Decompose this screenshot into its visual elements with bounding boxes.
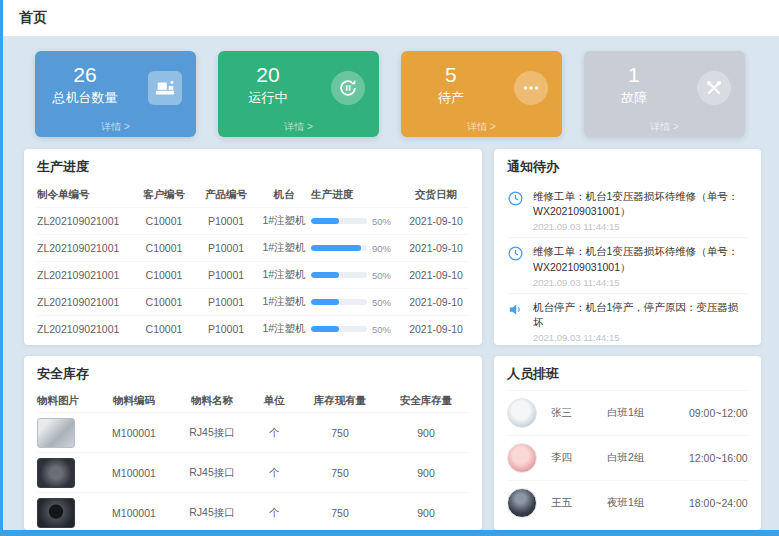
page-title: 首页 (19, 9, 47, 27)
material-name: RJ45接口 (173, 466, 251, 480)
stat-card-total-machines[interactable]: 26 总机台数量 详情 > (35, 51, 196, 137)
stock-qty: 750 (297, 427, 383, 439)
progress-fill (311, 326, 339, 332)
machine-name: 1#注塑机 (257, 268, 311, 282)
notice-time: 2021.09.03 11:44:15 (533, 277, 748, 288)
stat-label: 待产 (401, 89, 501, 107)
clock-icon (507, 189, 525, 232)
column-header: 单位 (251, 394, 297, 408)
table-header-row: 物料图片 物料编码 物料名称 单位 库存现有量 安全库存量 (37, 390, 469, 412)
stat-card-waiting[interactable]: 5 待产 详情 > (401, 51, 562, 137)
column-header: 机台 (257, 188, 311, 202)
safety-qty: 900 (383, 467, 469, 479)
safety-qty: 900 (383, 507, 469, 519)
customer-no: C10001 (133, 269, 195, 281)
progress-fill (311, 218, 339, 224)
stock-qty: 750 (297, 467, 383, 479)
safety-qty: 900 (383, 427, 469, 439)
notice-item[interactable]: 机台停产：机台1停产，停产原因：变压器损坏 2021.09.03 11:44:1… (507, 294, 748, 345)
detail-link[interactable]: 详情 > (218, 120, 379, 134)
column-header: 物料名称 (173, 394, 251, 408)
column-header: 物料图片 (37, 394, 95, 408)
customer-no: C10001 (133, 323, 195, 335)
panel-title: 安全库存 (37, 365, 469, 390)
customer-no: C10001 (133, 242, 195, 254)
column-header: 产品编号 (195, 188, 257, 202)
order-no: ZL202109021001 (37, 323, 133, 335)
speaker-icon (507, 300, 525, 343)
staff-row: 王五 夜班1组 18:00~24:00 (507, 480, 748, 525)
order-no: ZL202109021001 (37, 215, 133, 227)
notice-body: 机台停产：机台1停产，停产原因：变压器损坏 2021.09.03 11:44:1… (533, 300, 748, 343)
progress-cell: 50% (311, 324, 403, 335)
delivery-date: 2021-09-10 (403, 323, 469, 335)
detail-link[interactable]: 详情 > (401, 120, 562, 134)
notice-body: 维修工单：机台1变压器损坏待维修（单号：WX202109031001） 2021… (533, 244, 748, 287)
customer-no: C10001 (133, 215, 195, 227)
column-header: 库存现有量 (297, 394, 383, 408)
notice-item[interactable]: 维修工单：机台1变压器损坏待维修（单号：WX202109031001） 2021… (507, 238, 748, 293)
material-name: RJ45接口 (173, 506, 251, 520)
production-progress-panel: 生产进度 制令单编号 客户编号 产品编号 机台 生产进度 交货日期 ZL2021… (24, 149, 482, 345)
machine-name: 1#注塑机 (257, 214, 311, 228)
tools-icon (697, 71, 731, 105)
notice-body: 维修工单：机台1变压器损坏待维修（单号：WX202109031001） 2021… (533, 189, 748, 232)
notice-text: 维修工单：机台1变压器损坏待维修（单号：WX202109031001） (533, 244, 748, 274)
notice-item[interactable]: 维修工单：机台1变压器损坏待维修（单号：WX202109031001） 2021… (507, 183, 748, 238)
material-unit: 个 (251, 426, 297, 440)
panel-title: 生产进度 (37, 158, 469, 183)
notices-panel: 通知待办 维修工单：机台1变压器损坏待维修（单号：WX202109031001）… (494, 149, 761, 345)
detail-link[interactable]: 详情 > (584, 120, 745, 134)
stock-table: 物料图片 物料编码 物料名称 单位 库存现有量 安全库存量 M100001 RJ… (37, 390, 469, 530)
progress-cell: 50% (311, 270, 403, 281)
material-code: M100001 (95, 507, 173, 519)
notice-time: 2021.09.03 11:44:15 (533, 332, 748, 343)
staff-row: 张三 白班1组 09:00~12:00 (507, 390, 748, 435)
progress-fill (311, 245, 361, 251)
order-no: ZL202109021001 (37, 269, 133, 281)
running-icon (331, 71, 365, 105)
customer-no: C10001 (133, 296, 195, 308)
speaker-part-photo (37, 498, 75, 528)
column-header: 生产进度 (311, 188, 403, 202)
product-no: P10001 (195, 215, 257, 227)
stat-value: 1 (584, 63, 684, 87)
machine-icon (148, 71, 182, 105)
progress-label: 50% (372, 297, 391, 308)
table-row: ZL202109021001 C10001 P10001 1#注塑机 50% 2… (37, 315, 469, 342)
progress-cell: 50% (311, 297, 403, 308)
table-row: M100001 RJ45接口 个 750 900 (37, 412, 469, 452)
table-row: M100001 RJ45接口 个 750 900 (37, 452, 469, 492)
delivery-date: 2021-09-10 (403, 296, 469, 308)
staff-shift: 白班1组 (607, 406, 689, 420)
progress-label: 90% (372, 243, 391, 254)
staff-name: 李四 (551, 451, 607, 465)
table-header-row: 制令单编号 客户编号 产品编号 机台 生产进度 交货日期 (37, 183, 469, 207)
stat-card-fault[interactable]: 1 故障 详情 > (584, 51, 745, 137)
progress-bar (311, 218, 367, 224)
delivery-date: 2021-09-10 (403, 215, 469, 227)
main-content: 生产进度 制令单编号 客户编号 产品编号 机台 生产进度 交货日期 ZL2021… (3, 149, 779, 530)
staff-schedule-panel: 人员排班 张三 白班1组 09:00~12:00 李四 白班2组 12:00~1… (494, 356, 761, 530)
stat-card-running[interactable]: 20 运行中 详情 > (218, 51, 379, 137)
material-unit: 个 (251, 466, 297, 480)
progress-fill (311, 299, 339, 305)
avatar (507, 443, 537, 473)
material-code: M100001 (95, 467, 173, 479)
staff-row: 李四 白班2组 12:00~16:00 (507, 435, 748, 480)
production-table: 制令单编号 客户编号 产品编号 机台 生产进度 交货日期 ZL202109021… (37, 183, 469, 342)
progress-label: 50% (372, 270, 391, 281)
machine-name: 1#注塑机 (257, 322, 311, 336)
column-header: 安全库存量 (383, 394, 469, 408)
avatar (507, 488, 537, 518)
progress-label: 50% (372, 324, 391, 335)
detail-link[interactable]: 详情 > (35, 120, 196, 134)
table-row: ZL202109021001 C10001 P10001 1#注塑机 50% 2… (37, 207, 469, 234)
stat-cards-row: 26 总机台数量 详情 > 20 运行中 (3, 37, 779, 149)
stat-value: 20 (218, 63, 318, 87)
product-no: P10001 (195, 323, 257, 335)
panel-title: 人员排班 (507, 365, 748, 390)
delivery-date: 2021-09-10 (403, 242, 469, 254)
stat-label: 总机台数量 (35, 89, 135, 107)
progress-bar (311, 272, 367, 278)
